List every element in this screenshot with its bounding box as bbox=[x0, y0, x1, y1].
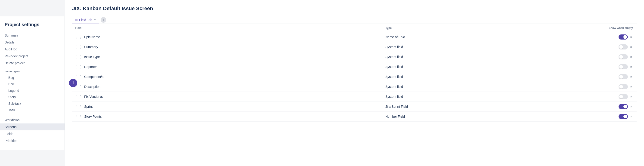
table-row: ⋮⋮ Fix Version/s System field ✕ bbox=[72, 92, 636, 102]
drag-handle[interactable]: ⋮⋮ bbox=[75, 35, 82, 39]
field-name: Sprint bbox=[84, 105, 93, 108]
field-name: Reporter bbox=[84, 65, 97, 69]
field-type: Number Field bbox=[382, 112, 552, 122]
field-name: Issue Type bbox=[84, 55, 100, 59]
field-type: System field bbox=[382, 42, 552, 52]
toggle-x-icon: ✕ bbox=[630, 96, 632, 98]
field-name: Summary bbox=[84, 45, 98, 49]
drag-handle[interactable]: ⋮⋮ bbox=[75, 45, 82, 49]
show-when-empty-toggle[interactable] bbox=[618, 94, 628, 99]
drag-handle[interactable]: ⋮⋮ bbox=[75, 55, 82, 59]
column-header-show-when-empty: Show when empty bbox=[552, 24, 636, 32]
tab-field-tab[interactable]: ⊞ Field Tab ✏ bbox=[72, 16, 99, 24]
sidebar-nav: Summary Details Audit log Re-index proje… bbox=[0, 32, 64, 66]
toggle-x-icon: ✕ bbox=[630, 76, 632, 78]
issue-types-label: Issue types bbox=[0, 66, 64, 74]
toggle-x-icon: ✕ bbox=[630, 106, 632, 108]
toggle-x-icon: ✕ bbox=[630, 36, 632, 38]
bottom-nav: Workflows Screens Fields Priorities bbox=[0, 116, 64, 144]
drag-handle[interactable]: ⋮⋮ bbox=[75, 94, 82, 99]
tab-grid-icon: ⊞ bbox=[75, 18, 78, 22]
show-when-empty-toggle[interactable] bbox=[618, 84, 628, 89]
sidebar-title: Project settings bbox=[0, 22, 64, 32]
sidebar-item-summary[interactable]: Summary bbox=[0, 32, 64, 39]
field-name: Epic Name bbox=[84, 35, 100, 39]
show-when-empty-toggle[interactable] bbox=[618, 54, 628, 60]
show-when-empty-toggle[interactable] bbox=[618, 104, 628, 109]
toggle-x-icon: ✕ bbox=[630, 46, 632, 48]
sidebar-item-story[interactable]: Story bbox=[0, 94, 64, 100]
page-title: JIX: Kanban Default Issue Screen bbox=[72, 6, 636, 12]
show-when-empty-toggle[interactable] bbox=[618, 44, 628, 50]
table-row: ⋮⋮ Issue Type System field ✕ bbox=[72, 52, 636, 62]
field-type: Jira Sprint Field bbox=[382, 102, 552, 112]
field-name: Component/s bbox=[84, 75, 104, 78]
table-row: ⋮⋮ Epic Name Name of Epic ✕ bbox=[72, 32, 636, 42]
column-header-field: Field bbox=[72, 24, 382, 32]
field-type: System field bbox=[382, 82, 552, 92]
field-type: Name of Epic bbox=[382, 32, 552, 42]
scroll-indicator-1: 1 bbox=[69, 79, 77, 87]
toggle-x-icon: ✕ bbox=[630, 115, 632, 118]
table-row: ⋮⋮ Component/s System field ✕ bbox=[72, 72, 636, 82]
tab-label: Field Tab bbox=[79, 18, 92, 22]
sidebar-item-task[interactable]: Task bbox=[0, 107, 64, 113]
toggle-x-icon: ✕ bbox=[630, 56, 632, 58]
toggle-x-icon: ✕ bbox=[630, 86, 632, 88]
sidebar-item-details[interactable]: Details bbox=[0, 39, 64, 46]
field-type: System field bbox=[382, 62, 552, 72]
sidebar-item-legend[interactable]: Legend bbox=[0, 88, 64, 94]
drag-handle[interactable]: ⋮⋮ bbox=[75, 65, 82, 69]
table-row: ⋮⋮ Story Points Number Field ✕ bbox=[72, 112, 636, 122]
sidebar-item-priorities[interactable]: Priorities bbox=[0, 137, 64, 144]
field-name: Story Points bbox=[84, 115, 102, 118]
sidebar-item-fields[interactable]: Fields bbox=[0, 130, 64, 137]
column-header-type: Type bbox=[382, 24, 552, 32]
toggle-x-icon: ✕ bbox=[630, 66, 632, 68]
drag-handle[interactable]: ⋮⋮ bbox=[75, 114, 82, 119]
table-row: ⋮⋮ Reporter System field ✕ bbox=[72, 62, 636, 72]
show-when-empty-toggle[interactable] bbox=[618, 74, 628, 79]
main-content: JIX: Kanban Default Issue Screen ⊞ Field… bbox=[65, 0, 644, 166]
field-type: System field bbox=[382, 72, 552, 82]
drag-handle[interactable]: ⋮⋮ bbox=[75, 104, 82, 109]
show-when-empty-toggle[interactable] bbox=[618, 114, 628, 119]
sidebar-item-delete[interactable]: Delete project bbox=[0, 60, 64, 66]
table-row: ⋮⋮ Description System field ✕ bbox=[72, 82, 636, 92]
add-tab-button[interactable]: + bbox=[100, 17, 106, 23]
show-when-empty-toggle[interactable] bbox=[618, 64, 628, 69]
field-name: Description bbox=[84, 85, 100, 88]
field-name: Fix Version/s bbox=[84, 95, 103, 98]
field-type: System field bbox=[382, 92, 552, 102]
sidebar-item-audit-log[interactable]: Audit log bbox=[0, 46, 64, 53]
sidebar-item-reindex[interactable]: Re-index project bbox=[0, 53, 64, 60]
drag-handle[interactable]: ⋮⋮ bbox=[75, 75, 82, 79]
fields-table: Field Type Show when empty ⋮⋮ Epic Name … bbox=[72, 24, 636, 122]
tab-edit-icon[interactable]: ✏ bbox=[94, 18, 96, 22]
sidebar-item-workflows[interactable]: Workflows bbox=[0, 116, 64, 124]
table-row: ⋮⋮ Summary System field ✕ bbox=[72, 42, 636, 52]
tabs-bar: ⊞ Field Tab ✏ + bbox=[72, 16, 636, 24]
sidebar-item-subtask[interactable]: Sub-task bbox=[0, 100, 64, 107]
table-row: ⋮⋮ Sprint Jira Sprint Field ✕ bbox=[72, 102, 636, 112]
field-type: System field bbox=[382, 52, 552, 62]
sidebar-item-screens[interactable]: Screens bbox=[0, 124, 64, 130]
